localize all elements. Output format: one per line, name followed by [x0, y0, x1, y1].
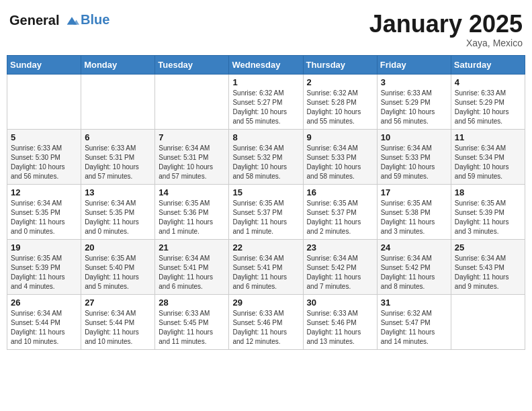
calendar-day-cell: 27Sunrise: 6:34 AM Sunset: 5:44 PM Dayli… — [81, 295, 155, 350]
calendar-day-cell — [81, 75, 155, 130]
day-info: Sunrise: 6:33 AM Sunset: 5:29 PM Dayligh… — [455, 89, 521, 126]
day-info: Sunrise: 6:32 AM Sunset: 5:47 PM Dayligh… — [381, 309, 447, 347]
day-info: Sunrise: 6:34 AM Sunset: 5:31 PM Dayligh… — [159, 144, 225, 181]
calendar-day-cell: 29Sunrise: 6:33 AM Sunset: 5:46 PM Dayli… — [229, 295, 303, 350]
day-number: 29 — [232, 298, 299, 308]
day-number: 1 — [232, 77, 299, 87]
logo-blue: Blue — [81, 12, 109, 28]
calendar-day-cell: 14Sunrise: 6:35 AM Sunset: 5:36 PM Dayli… — [155, 185, 229, 240]
calendar-week-row: 12Sunrise: 6:34 AM Sunset: 5:35 PM Dayli… — [7, 185, 525, 240]
day-number: 23 — [307, 242, 373, 253]
calendar-day-cell: 11Sunrise: 6:34 AM Sunset: 5:34 PM Dayli… — [451, 130, 525, 185]
day-info: Sunrise: 6:33 AM Sunset: 5:45 PM Dayligh… — [159, 309, 225, 347]
day-info: Sunrise: 6:33 AM Sunset: 5:30 PM Dayligh… — [11, 144, 77, 181]
calendar-week-row: 5Sunrise: 6:33 AM Sunset: 5:30 PM Daylig… — [7, 130, 525, 185]
day-number: 20 — [85, 242, 151, 253]
weekday-header-row: SundayMondayTuesdayWednesdayThursdayFrid… — [7, 56, 525, 75]
day-info: Sunrise: 6:35 AM Sunset: 5:38 PM Dayligh… — [381, 199, 447, 236]
day-number: 12 — [11, 187, 77, 197]
day-info: Sunrise: 6:33 AM Sunset: 5:46 PM Dayligh… — [232, 309, 299, 347]
day-info: Sunrise: 6:35 AM Sunset: 5:39 PM Dayligh… — [455, 199, 521, 236]
day-info: Sunrise: 6:34 AM Sunset: 5:33 PM Dayligh… — [307, 144, 373, 181]
calendar-day-cell: 21Sunrise: 6:34 AM Sunset: 5:41 PM Dayli… — [155, 240, 229, 295]
weekday-header: Monday — [81, 56, 155, 75]
calendar-day-cell: 20Sunrise: 6:35 AM Sunset: 5:40 PM Dayli… — [81, 240, 155, 295]
calendar-day-cell: 22Sunrise: 6:34 AM Sunset: 5:41 PM Dayli… — [229, 240, 303, 295]
day-info: Sunrise: 6:33 AM Sunset: 5:46 PM Dayligh… — [307, 309, 373, 347]
day-number: 11 — [455, 132, 521, 142]
calendar-week-row: 1Sunrise: 6:32 AM Sunset: 5:27 PM Daylig… — [7, 75, 525, 130]
day-number: 26 — [11, 298, 77, 308]
day-number: 3 — [381, 77, 447, 87]
day-number: 15 — [232, 187, 299, 197]
day-info: Sunrise: 6:33 AM Sunset: 5:29 PM Dayligh… — [381, 89, 447, 126]
day-number: 18 — [455, 187, 521, 197]
day-number: 2 — [307, 77, 373, 87]
day-info: Sunrise: 6:35 AM Sunset: 5:37 PM Dayligh… — [307, 199, 373, 236]
weekday-header: Thursday — [303, 56, 377, 75]
day-number: 16 — [307, 187, 373, 197]
day-number: 7 — [159, 132, 225, 142]
weekday-header: Friday — [377, 56, 451, 75]
calendar-day-cell: 12Sunrise: 6:34 AM Sunset: 5:35 PM Dayli… — [7, 185, 81, 240]
day-info: Sunrise: 6:35 AM Sunset: 5:37 PM Dayligh… — [232, 199, 299, 236]
day-number: 17 — [381, 187, 447, 197]
day-number: 19 — [11, 242, 77, 253]
day-number: 21 — [159, 242, 225, 253]
calendar-day-cell: 4Sunrise: 6:33 AM Sunset: 5:29 PM Daylig… — [451, 75, 525, 130]
logo-general: General — [9, 13, 59, 28]
weekday-header: Wednesday — [229, 56, 303, 75]
weekday-header: Sunday — [7, 56, 81, 75]
day-info: Sunrise: 6:34 AM Sunset: 5:44 PM Dayligh… — [11, 309, 77, 347]
logo-icon — [64, 15, 79, 27]
day-info: Sunrise: 6:34 AM Sunset: 5:35 PM Dayligh… — [85, 199, 151, 236]
day-number: 10 — [381, 132, 447, 142]
calendar-day-cell: 19Sunrise: 6:35 AM Sunset: 5:39 PM Dayli… — [7, 240, 81, 295]
day-info: Sunrise: 6:35 AM Sunset: 5:36 PM Dayligh… — [159, 199, 225, 236]
title-block: January 2025 Xaya, Mexico — [369, 12, 523, 48]
day-number: 5 — [11, 132, 77, 142]
day-info: Sunrise: 6:34 AM Sunset: 5:42 PM Dayligh… — [381, 254, 447, 291]
calendar-day-cell: 1Sunrise: 6:32 AM Sunset: 5:27 PM Daylig… — [229, 75, 303, 130]
day-number: 27 — [85, 298, 151, 308]
day-info: Sunrise: 6:35 AM Sunset: 5:39 PM Dayligh… — [11, 254, 77, 291]
calendar-day-cell — [7, 75, 81, 130]
calendar-day-cell: 8Sunrise: 6:34 AM Sunset: 5:32 PM Daylig… — [229, 130, 303, 185]
calendar-day-cell: 30Sunrise: 6:33 AM Sunset: 5:46 PM Dayli… — [303, 295, 377, 350]
day-info: Sunrise: 6:34 AM Sunset: 5:41 PM Dayligh… — [159, 254, 225, 291]
day-number: 13 — [85, 187, 151, 197]
page-header: General Blue January 2025 Xaya, Mexico — [7, 7, 525, 51]
day-info: Sunrise: 6:32 AM Sunset: 5:27 PM Dayligh… — [232, 89, 299, 126]
calendar-week-row: 19Sunrise: 6:35 AM Sunset: 5:39 PM Dayli… — [7, 240, 525, 295]
day-number: 28 — [159, 298, 225, 308]
day-info: Sunrise: 6:34 AM Sunset: 5:44 PM Dayligh… — [85, 309, 151, 347]
location-subtitle: Xaya, Mexico — [369, 38, 523, 48]
calendar-day-cell: 26Sunrise: 6:34 AM Sunset: 5:44 PM Dayli… — [7, 295, 81, 350]
weekday-header: Saturday — [451, 56, 525, 75]
calendar-day-cell: 23Sunrise: 6:34 AM Sunset: 5:42 PM Dayli… — [303, 240, 377, 295]
calendar-day-cell: 31Sunrise: 6:32 AM Sunset: 5:47 PM Dayli… — [377, 295, 451, 350]
calendar-day-cell: 2Sunrise: 6:32 AM Sunset: 5:28 PM Daylig… — [303, 75, 377, 130]
day-info: Sunrise: 6:33 AM Sunset: 5:31 PM Dayligh… — [85, 144, 151, 181]
day-info: Sunrise: 6:35 AM Sunset: 5:40 PM Dayligh… — [85, 254, 151, 291]
day-info: Sunrise: 6:34 AM Sunset: 5:33 PM Dayligh… — [381, 144, 447, 181]
calendar-day-cell: 15Sunrise: 6:35 AM Sunset: 5:37 PM Dayli… — [229, 185, 303, 240]
calendar-day-cell: 10Sunrise: 6:34 AM Sunset: 5:33 PM Dayli… — [377, 130, 451, 185]
calendar-day-cell: 25Sunrise: 6:34 AM Sunset: 5:43 PM Dayli… — [451, 240, 525, 295]
calendar-week-row: 26Sunrise: 6:34 AM Sunset: 5:44 PM Dayli… — [7, 295, 525, 350]
calendar-day-cell: 24Sunrise: 6:34 AM Sunset: 5:42 PM Dayli… — [377, 240, 451, 295]
day-number: 9 — [307, 132, 373, 142]
day-info: Sunrise: 6:34 AM Sunset: 5:42 PM Dayligh… — [307, 254, 373, 291]
calendar-day-cell: 5Sunrise: 6:33 AM Sunset: 5:30 PM Daylig… — [7, 130, 81, 185]
day-number: 31 — [381, 298, 447, 308]
day-number: 25 — [455, 242, 521, 253]
month-title: January 2025 — [369, 12, 523, 36]
day-number: 14 — [159, 187, 225, 197]
day-number: 4 — [455, 77, 521, 87]
logo: General Blue — [9, 12, 109, 28]
calendar-table: SundayMondayTuesdayWednesdayThursdayFrid… — [7, 55, 525, 350]
calendar-day-cell: 6Sunrise: 6:33 AM Sunset: 5:31 PM Daylig… — [81, 130, 155, 185]
day-info: Sunrise: 6:32 AM Sunset: 5:28 PM Dayligh… — [307, 89, 373, 126]
day-number: 22 — [232, 242, 299, 253]
calendar-day-cell: 3Sunrise: 6:33 AM Sunset: 5:29 PM Daylig… — [377, 75, 451, 130]
